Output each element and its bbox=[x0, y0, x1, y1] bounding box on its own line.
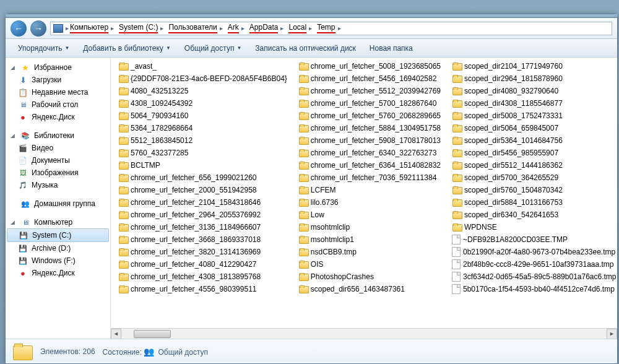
sidebar-item-загрузки[interactable]: Загрузки bbox=[6, 74, 110, 86]
breadcrumb-appdata[interactable]: AppData▸ bbox=[248, 22, 288, 35]
chevron-right-icon[interactable]: ▸ bbox=[158, 25, 166, 32]
scroll-left-icon[interactable]: ◄ bbox=[111, 329, 121, 339]
sidebar-item-рабочий-стол[interactable]: Рабочий стол bbox=[6, 98, 110, 111]
folder-item[interactable]: _avast_ bbox=[116, 60, 290, 72]
share-button[interactable]: Общий доступ▼ bbox=[178, 41, 248, 55]
folder-item[interactable]: WPDNSE bbox=[449, 221, 617, 233]
file-item[interactable]: 2bf48b9c-ccc8-429e-9651-10af39731aaa.tmp bbox=[449, 258, 617, 271]
sidebar-item-яндекс-диск[interactable]: Яндекс.Диск bbox=[6, 267, 110, 279]
folder-item[interactable]: PhotoshopCrashes bbox=[296, 271, 443, 283]
chevron-right-icon[interactable]: ▸ bbox=[239, 25, 247, 32]
folder-item[interactable]: 5760_432377285 bbox=[116, 147, 290, 159]
sidebar-item-документы[interactable]: Документы bbox=[6, 154, 110, 167]
sidebar-item-музыка[interactable]: Музыка bbox=[6, 179, 110, 191]
file-list-pane[interactable]: _avast_{29DDF708-21E3-4ac6-BEFD-208A5F4B… bbox=[111, 58, 617, 339]
folder-item[interactable]: scoped_dir5760_1504870342 bbox=[449, 184, 617, 196]
forward-button[interactable]: → bbox=[30, 20, 46, 37]
folder-item[interactable]: scoped_dir656_1463487361 bbox=[296, 283, 443, 295]
sidebar-head-Компьютер[interactable]: ◢Компьютер bbox=[6, 216, 110, 228]
chevron-right-icon[interactable]: ▸ bbox=[335, 25, 344, 32]
breadcrumb--[interactable]: Пользователи▸ bbox=[167, 22, 226, 35]
sidebar-item-archive-d-[interactable]: Archive (D:) bbox=[6, 242, 110, 254]
sidebar-item-недавние-места[interactable]: Недавние места bbox=[6, 86, 110, 98]
horizontal-scrollbar[interactable]: ◄ ► bbox=[111, 328, 617, 339]
folder-item[interactable]: chrome_url_fetcher_3668_1869337018 bbox=[116, 233, 290, 246]
folder-item[interactable]: chrome_url_fetcher_5456_169402582 bbox=[296, 72, 443, 85]
folder-item[interactable]: 5512_1863845012 bbox=[116, 134, 290, 147]
folder-item[interactable]: chrome_url_fetcher_5700_182867640 bbox=[296, 97, 443, 110]
new-folder-button[interactable]: Новая папка bbox=[363, 41, 419, 55]
folder-item[interactable]: msohtmlclip1 bbox=[296, 233, 443, 246]
folder-item[interactable]: chrome_url_fetcher_2000_551942958 bbox=[116, 184, 290, 196]
sidebar-item-windows-f-[interactable]: Windows (F:) bbox=[6, 254, 110, 267]
folder-item[interactable]: OIS bbox=[296, 258, 443, 271]
folder-item[interactable]: chrome_url_fetcher_5008_1923685065 bbox=[296, 60, 443, 72]
folder-item[interactable]: scoped_dir4308_1185546877 bbox=[449, 97, 617, 110]
folder-item[interactable]: msohtmlclip bbox=[296, 221, 443, 233]
sidebar-item-видео[interactable]: Видео bbox=[6, 142, 110, 154]
breadcrumb-local[interactable]: Local▸ bbox=[287, 22, 316, 35]
file-item[interactable]: ~DFB92B1A8200CD03EE.TMP bbox=[449, 233, 617, 246]
folder-item[interactable]: 5064_790934160 bbox=[116, 110, 290, 122]
file-item[interactable]: 3cf634d2-0d65-45a5-89c5-889b01a76ac6.tmp bbox=[449, 271, 617, 283]
folder-item[interactable]: chrome_url_fetcher_3136_1184966607 bbox=[116, 221, 290, 233]
folder-item[interactable]: scoped_dir5700_364265529 bbox=[449, 171, 617, 184]
folder-item[interactable]: scoped_dir5364_1014684756 bbox=[449, 134, 617, 147]
folder-item[interactable]: scoped_dir5064_659845007 bbox=[449, 122, 617, 134]
folder-item[interactable]: chrome_url_fetcher_5884_1304951758 bbox=[296, 122, 443, 134]
sidebar-item-яндекс-диск[interactable]: Яндекс.Диск bbox=[6, 111, 110, 123]
chevron-right-icon[interactable]: ▸ bbox=[108, 25, 116, 32]
folder-item[interactable]: scoped_dir5008_1752473331 bbox=[449, 110, 617, 122]
sidebar-head-Библиотеки[interactable]: ◢Библиотеки bbox=[6, 129, 110, 142]
folder-item[interactable]: chrome_url_fetcher_5512_2039942769 bbox=[296, 85, 443, 97]
sidebar-head-Домашняя группа[interactable]: Домашняя группа bbox=[6, 197, 110, 210]
scroll-thumb[interactable] bbox=[134, 330, 171, 338]
chevron-right-icon[interactable]: ▸ bbox=[306, 25, 314, 32]
sidebar-item-изображения[interactable]: Изображения bbox=[6, 167, 110, 179]
scroll-right-icon[interactable]: ► bbox=[607, 329, 617, 339]
folder-item[interactable]: chrome_url_fetcher_656_1999021260 bbox=[116, 171, 290, 184]
breadcrumb--[interactable]: Компьютер▸ bbox=[69, 22, 118, 35]
breadcrumb-temp[interactable]: Temp▸ bbox=[316, 22, 344, 35]
file-item[interactable]: 0b21990f-a20f-4a80-9673-07b4bea233ee.tmp bbox=[449, 246, 617, 258]
folder-item[interactable]: chrome_url_fetcher_6364_1514082832 bbox=[296, 159, 443, 171]
folder-item[interactable]: chrome_url_fetcher_4080_412290427 bbox=[116, 258, 290, 271]
folder-item[interactable]: chrome_url_fetcher_4556_980399511 bbox=[116, 283, 290, 295]
folder-item[interactable]: scoped_dir6340_542641653 bbox=[449, 209, 617, 221]
folder-item[interactable]: scoped_dir4080_932790640 bbox=[449, 85, 617, 97]
folder-item[interactable]: chrome_url_fetcher_2964_2055376992 bbox=[116, 209, 290, 221]
folder-item[interactable]: 4080_432513225 bbox=[116, 85, 290, 97]
breadcrumb-ark[interactable]: Ark▸ bbox=[227, 22, 248, 35]
chevron-right-icon[interactable]: ▸ bbox=[217, 25, 225, 32]
folder-item[interactable]: LCFEM bbox=[296, 184, 443, 196]
folder-item[interactable]: Low bbox=[296, 209, 443, 221]
folder-item[interactable]: scoped_dir2964_1815878960 bbox=[449, 72, 617, 85]
add-library-button[interactable]: Добавить в библиотеку▼ bbox=[77, 41, 176, 55]
folder-item[interactable]: nsdCBB9.tmp bbox=[296, 246, 443, 258]
folder-item[interactable]: scoped_dir5512_1444186362 bbox=[449, 159, 617, 171]
organize-button[interactable]: Упорядочить▼ bbox=[12, 41, 76, 55]
folder-item[interactable]: chrome_url_fetcher_6340_322763273 bbox=[296, 147, 443, 159]
folder-item[interactable]: {29DDF708-21E3-4ac6-BEFD-208A5F4B6B04} bbox=[116, 72, 290, 85]
folder-item[interactable]: lilo.6736 bbox=[296, 196, 443, 209]
sidebar-head-Избранное[interactable]: ◢Избранное bbox=[6, 61, 110, 74]
folder-item[interactable]: scoped_dir2104_1771949760 bbox=[449, 60, 617, 72]
folder-item[interactable]: chrome_url_fetcher_5908_1708178013 bbox=[296, 134, 443, 147]
folder-item[interactable]: BCLTMP bbox=[116, 159, 290, 171]
breadcrumb-system-c-[interactable]: System (C:)▸ bbox=[118, 22, 167, 35]
folder-item[interactable]: chrome_url_fetcher_4308_1813895768 bbox=[116, 271, 290, 283]
folder-item[interactable]: chrome_url_fetcher_2104_1584318646 bbox=[116, 196, 290, 209]
back-button[interactable]: ← bbox=[11, 20, 27, 37]
folder-item[interactable]: scoped_dir5456_985955907 bbox=[449, 147, 617, 159]
folder-item[interactable]: 5364_1782968664 bbox=[116, 122, 290, 134]
file-item[interactable]: 5b0170ca-1f54-4593-bb40-4f4512ce74d6.tmp bbox=[449, 283, 617, 295]
sidebar-item-system-c-[interactable]: System (C:) bbox=[7, 228, 109, 242]
chevron-right-icon[interactable]: ▸ bbox=[278, 25, 286, 32]
folder-item[interactable]: chrome_url_fetcher_5760_2068289665 bbox=[296, 110, 443, 122]
folder-item[interactable]: 4308_1092454392 bbox=[116, 97, 290, 110]
folder-item[interactable]: chrome_url_fetcher_3820_1314136969 bbox=[116, 246, 290, 258]
address-bar[interactable]: ▸ Компьютер▸System (C:)▸Пользователи▸Ark… bbox=[50, 22, 612, 35]
folder-item[interactable]: chrome_url_fetcher_7036_592111384 bbox=[296, 171, 443, 184]
burn-button[interactable]: Записать на оптический диск bbox=[249, 41, 362, 55]
folder-item[interactable]: scoped_dir5884_1013166753 bbox=[449, 196, 617, 209]
